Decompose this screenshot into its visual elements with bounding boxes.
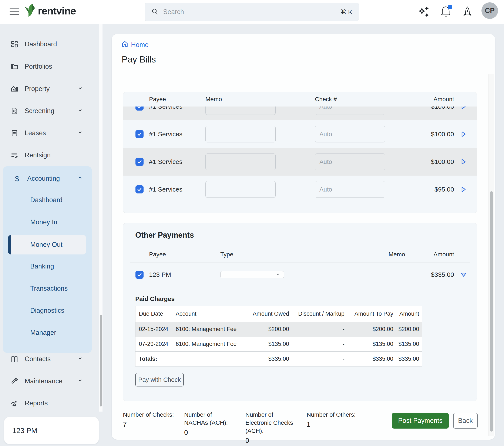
sidebar-item-leases[interactable]: Leases: [0, 126, 98, 140]
other-payment-amount: $335.00: [412, 271, 454, 278]
totals-amount: $335.00: [396, 352, 422, 367]
sidebar-item-screening[interactable]: Screening: [0, 104, 98, 118]
memo-input[interactable]: [205, 154, 276, 170]
sidebar-item-label: Banking: [30, 263, 54, 270]
collapse-row-triangle-icon[interactable]: [460, 271, 467, 278]
summary-electronic-checks: Number of Electronic Checks (ACH): 0: [245, 411, 307, 445]
notifications-bell-icon[interactable]: [438, 0, 454, 24]
main-scrollbar[interactable]: [488, 74, 494, 436]
bill-row: #1 Services $100.00: [123, 148, 477, 176]
rentsign-signature-icon: [10, 151, 19, 160]
bill-checkbox[interactable]: [135, 130, 144, 138]
bill-row: #1 Services $100.00: [123, 120, 477, 148]
summary-value: 0: [245, 437, 307, 445]
pay-with-check-button[interactable]: Pay with Check: [135, 373, 184, 387]
expand-row-triangle-icon[interactable]: [460, 186, 467, 193]
paid-charges-header-row: Due Date Account Amount Owed Discount / …: [135, 306, 422, 322]
breadcrumb-home-label: Home: [131, 41, 149, 49]
sidebar-item-label: Money Out: [30, 241, 63, 249]
bill-amount: $95.00: [395, 186, 454, 193]
column-header-account: Account: [173, 306, 250, 322]
sidebar-item-dashboard[interactable]: Dashboard: [0, 38, 98, 51]
check-number-input[interactable]: [315, 154, 385, 170]
bills-table: Payee Memo Check # Amount #1 Services $1…: [123, 92, 477, 213]
rentvine-leaf-icon: [24, 3, 36, 18]
sidebar-item-property[interactable]: Property: [0, 82, 98, 95]
check-number-input[interactable]: [315, 107, 385, 115]
column-header-check: Check #: [315, 96, 385, 103]
charge-amount-to-pay: $135.00: [347, 337, 396, 352]
bill-amount: $100.00: [395, 107, 454, 110]
expand-row-triangle-icon[interactable]: [460, 158, 467, 165]
search-input[interactable]: [163, 8, 340, 16]
sidebar-item-banking[interactable]: Banking: [3, 260, 92, 273]
check-number-input[interactable]: [315, 126, 385, 143]
bill-checkbox[interactable]: [135, 185, 144, 194]
sidebar-item-money-out[interactable]: Money Out: [3, 238, 92, 251]
breadcrumb[interactable]: Home: [121, 40, 149, 49]
sidebar-scrollbar[interactable]: [99, 24, 103, 411]
sidebar-item-label: Contacts: [25, 355, 51, 363]
sidebar-item-transactions[interactable]: Transactions: [3, 282, 92, 295]
app-logo[interactable]: rentvine: [24, 3, 76, 18]
topbar: rentvine ⌘ K CP: [0, 0, 504, 24]
account-switcher[interactable]: 123 PM: [4, 417, 99, 444]
sidebar-item-accounting[interactable]: $ Accounting: [3, 172, 92, 185]
sidebar-item-money-in[interactable]: Money In: [3, 215, 92, 229]
sidebar-item-label: Accounting: [27, 175, 60, 182]
main-content: Home Pay Bills Payee Memo Check # Amount…: [112, 34, 495, 440]
sidebar-item-manager[interactable]: Manager: [3, 326, 92, 339]
search-icon: [151, 8, 159, 16]
search-bar[interactable]: ⌘ K: [144, 3, 359, 21]
other-payments-header: Payee Type Memo Amount: [123, 246, 477, 263]
charge-discount: -: [291, 322, 347, 337]
summary-label: Number of Others:: [307, 411, 360, 419]
other-payment-row: 123 PM - $335.00: [123, 263, 477, 286]
other-payment-memo: -: [389, 271, 412, 278]
avatar-initials: CP: [485, 7, 495, 15]
other-payment-checkbox[interactable]: [135, 271, 144, 279]
sidebar-item-label: Rentsign: [25, 151, 51, 159]
sidebar-item-reports[interactable]: Reports: [0, 397, 98, 410]
sidebar-item-label: Dashboard: [25, 40, 57, 48]
sidebar-item-label: Screening: [25, 107, 54, 115]
payment-type-select[interactable]: [220, 271, 284, 278]
other-payment-payee: 123 PM: [149, 271, 198, 278]
bill-checkbox[interactable]: [135, 158, 144, 166]
search-shortcut: ⌘ K: [340, 8, 352, 16]
hamburger-menu-icon[interactable]: [10, 7, 19, 17]
paid-charges-table: Due Date Account Amount Owed Discount / …: [135, 306, 422, 367]
expand-row-triangle-icon[interactable]: [460, 107, 467, 110]
bill-payee: #1 Services: [149, 130, 198, 138]
ai-sparkles-icon[interactable]: [416, 0, 432, 24]
memo-input[interactable]: [205, 126, 276, 143]
check-number-input[interactable]: [315, 181, 385, 198]
sidebar-item-portfolios[interactable]: Portfolios: [0, 60, 98, 73]
avatar[interactable]: CP: [482, 2, 498, 19]
memo-input[interactable]: [205, 181, 276, 198]
sidebar-item-maintenance[interactable]: Maintenance: [0, 375, 98, 388]
expand-row-triangle-icon[interactable]: [460, 130, 467, 138]
chevron-down-icon: [77, 85, 83, 93]
post-payments-button[interactable]: Post Payments: [392, 413, 449, 428]
rocket-icon[interactable]: [459, 0, 475, 24]
sidebar-item-contacts[interactable]: Contacts: [0, 353, 98, 366]
sidebar-item-accounting-dashboard[interactable]: Dashboard: [3, 194, 92, 207]
column-header-memo: Memo: [205, 96, 276, 103]
back-button[interactable]: Back: [453, 413, 478, 428]
bill-checkbox[interactable]: [135, 107, 144, 110]
chevron-up-icon: [77, 175, 83, 183]
sidebar-item-rentsign[interactable]: Rentsign: [0, 149, 98, 162]
dollar-icon: $: [13, 174, 21, 183]
sidebar-scrollbar-thumb[interactable]: [100, 315, 102, 407]
sidebar-item-label: Leases: [25, 129, 46, 137]
sidebar-item-label: Manager: [30, 329, 56, 337]
main-scrollbar-thumb[interactable]: [490, 191, 493, 431]
column-header-discount: Discount / Markup: [291, 306, 347, 322]
bills-scroll-viewport[interactable]: #1 Services $100.00 #1 Services $100.00 …: [123, 107, 477, 213]
page-title: Pay Bills: [122, 54, 156, 65]
contacts-book-icon: [10, 355, 19, 363]
memo-input[interactable]: [205, 107, 276, 115]
sidebar-item-label: Money In: [30, 218, 57, 226]
sidebar-item-diagnostics[interactable]: Diagnostics: [3, 304, 92, 317]
